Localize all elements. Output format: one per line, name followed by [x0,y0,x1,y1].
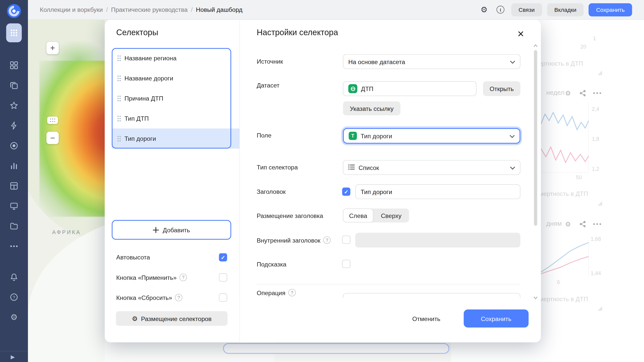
string-field-icon: T [349,132,357,140]
apply-button-option-label: Кнопка «Применить» ? [116,274,187,281]
more-icon[interactable] [9,241,19,251]
title-label: Заголовок [257,188,286,195]
list-icon [348,164,355,171]
selector-item-road-type-selected[interactable]: Тип дороги [112,128,231,149]
hint-label: Подсказка [257,261,286,268]
selector-item-accident-cause[interactable]: Причина ДТП [112,88,231,108]
selector-item-label: Название дороги [125,75,173,82]
source-value: На основе датасета [348,58,405,65]
apps-grid-icon[interactable] [6,23,22,42]
placement-option-top[interactable]: Сверху [373,208,409,222]
source-label: Источник [257,58,283,65]
chevron-down-icon [510,132,515,140]
dataset-open-button[interactable]: Открыть [483,81,520,96]
breadcrumb-collections[interactable]: Коллекции и воркбуки [40,6,103,13]
selector-item-region-name[interactable]: Название региона [112,48,231,68]
reset-button-option-label: Кнопка «Сбросить» ? [116,294,182,301]
breadcrumb-workbook[interactable]: Практические руководства [111,6,188,13]
title-input[interactable]: Тип дороги [355,184,520,199]
placement-option-left[interactable]: Слева [343,208,373,222]
question-icon[interactable]: ? [323,236,331,244]
map-zoom-in-button[interactable]: + [46,42,59,54]
field-select[interactable]: T Тип дороги [343,128,520,144]
plus-icon [153,227,159,233]
map-zoom-slider-grip[interactable] [47,117,58,124]
expand-icon: ▶ [11,354,15,360]
drag-handle-icon[interactable] [117,75,121,81]
inner-title-input-disabled [355,233,520,248]
table-icon[interactable] [9,181,19,191]
inner-title-text: Внутренний заголовок [257,237,320,244]
bell-icon[interactable] [9,272,19,282]
tabs-button[interactable]: Вкладки [547,3,584,16]
field-value: Тип дороги [360,132,392,140]
apply-button-checkbox[interactable] [219,273,227,282]
dataset-icon [348,84,357,93]
copies-icon[interactable] [9,80,19,90]
star-icon[interactable] [9,101,19,110]
title-checkbox[interactable]: ✓ [342,188,350,196]
settings-icon[interactable]: ⚙ [9,312,19,322]
chevron-down-icon [510,164,515,171]
info-icon: i [497,6,504,14]
selectors-placement-button[interactable]: ⚙ Размещение селекторов [116,311,227,326]
bar-chart-icon[interactable] [9,161,19,171]
autoheight-label: Автовысота [116,254,150,261]
breadcrumb-separator: / [106,6,108,13]
selector-type-label: Тип селектора [257,164,298,171]
folder-icon[interactable] [9,221,19,231]
selectors-panel-title: Селекторы [116,28,158,37]
drag-handle-icon[interactable] [117,115,121,122]
widgets-icon[interactable] [9,60,19,70]
gear-icon: ⚙ [132,314,138,322]
dialog-scrollbar-thumb[interactable] [534,50,537,226]
dialog-save-button[interactable]: Сохранить [464,309,529,328]
help-icon[interactable]: ? [9,292,19,302]
breadcrumb-current-dashboard: Новый дашборд [196,6,243,13]
apply-option-text: Кнопка «Применить» [116,274,177,281]
drag-handle-icon[interactable] [117,95,121,102]
sidebar-expand-button[interactable]: ▶ [0,351,28,362]
monitor-icon[interactable] [9,201,19,211]
selector-item-accident-type[interactable]: Тип ДТП [112,108,231,128]
breadcrumb-separator: / [191,6,193,13]
question-icon[interactable]: ? [180,274,187,281]
cancel-button[interactable]: Отменить [395,312,457,325]
selector-item-label: Название региона [125,55,177,62]
selector-item-label: Тип ДТП [125,115,149,122]
selector-item-road-name[interactable]: Название дороги [112,68,231,88]
operation-row-clipped: Операция ? [257,287,520,298]
scroll-up-icon[interactable] [533,43,538,48]
drag-handle-icon[interactable] [117,55,121,61]
selector-type-value: Список [358,164,379,171]
datalens-logo-icon[interactable] [6,3,22,19]
radar-icon[interactable] [9,141,19,151]
question-icon[interactable]: ? [175,294,182,301]
reset-button-checkbox[interactable] [219,293,227,302]
inner-title-checkbox[interactable] [342,236,350,244]
dataset-link-button[interactable]: Указать ссылку [343,101,400,115]
source-select[interactable]: На основе датасета [343,54,520,69]
dataset-value: ДТП [361,85,373,92]
inner-title-label: Внутренний заголовок ? [257,236,331,244]
settings-panel-title: Настройки селектора [257,28,338,37]
close-icon[interactable]: ✕ [515,29,526,39]
chevron-down-icon [510,58,515,65]
autoheight-checkbox[interactable]: ✓ [219,253,227,261]
map-zoom-out-button[interactable]: − [46,132,59,144]
scroll-down-icon[interactable] [533,296,538,300]
panel-divider [239,20,240,342]
header-save-button[interactable]: Сохранить [589,3,632,16]
hint-checkbox[interactable] [342,260,350,268]
lightning-icon[interactable] [9,121,19,130]
relations-button[interactable]: Связи [511,3,542,16]
title-placement-label: Размещение заголовка [257,212,323,219]
top-header: Коллекции и воркбуки / Практические руко… [28,0,644,20]
drag-handle-icon[interactable] [117,135,121,142]
info-button[interactable]: i [495,4,506,16]
selector-type-select[interactable]: Список [343,160,520,175]
settings-gear-button[interactable]: ⚙ [478,4,490,16]
add-selector-button[interactable]: Добавить [112,220,231,240]
selector-settings-dialog: Селекторы Название региона Название доро… [105,20,541,342]
dataset-input[interactable]: ДТП [343,81,476,96]
